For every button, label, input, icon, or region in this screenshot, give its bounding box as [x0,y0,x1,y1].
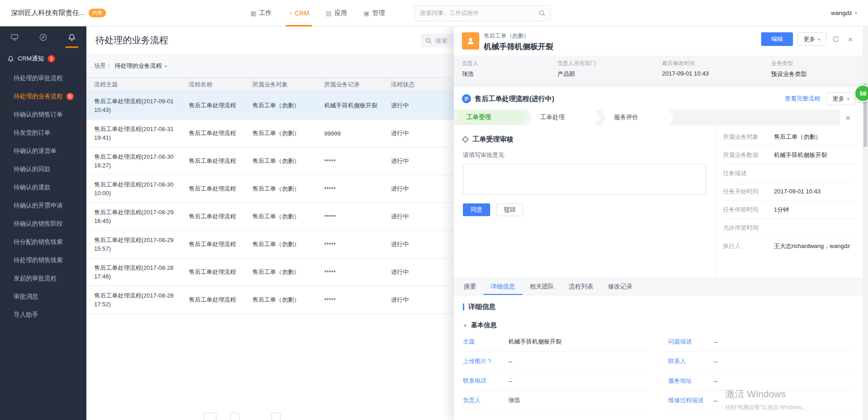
detail-tab[interactable]: 修改记录 [601,278,640,295]
cell-topic[interactable]: 售后工单处理流程(2017-08-29 16:45) [86,208,189,225]
detail-tab[interactable]: 详细信息 [483,278,522,295]
detail-tab[interactable]: 摘要 [457,278,483,295]
task-meta-panel: 所属业务对象 售后工单（勿删） 所属业务数据 机械手筛机侧板开裂 任务描述 任务… [715,125,863,278]
sidebar-item[interactable]: 导入助手 [0,306,86,324]
cell-topic[interactable]: 售后工单处理流程(2017-08-31 19:41) [86,125,189,142]
approval-hint: 请填写审批意见 [463,151,706,159]
sidebar-item[interactable]: 发起的审批流程 [0,269,86,288]
agree-button[interactable]: 同意 [463,203,490,216]
more-button[interactable]: 更多 ▾ [798,32,826,46]
field-label: 服务地址 [668,377,714,385]
cell-topic[interactable]: 售后工单处理流程(2017-09-01 10:43) [86,97,189,114]
cell-topic[interactable]: 售后工单处理流程(2017-08-28 17:52) [86,291,189,309]
column-header[interactable]: 所属业务对象 [252,78,324,91]
column-header[interactable]: 流程主题 [86,78,189,91]
discover-icon[interactable] [30,26,56,48]
sidebar-item[interactable]: 待处理的业务流程 8 [0,87,86,106]
summary-field: 负责人 张浩 [462,60,557,78]
refresh-icon[interactable] [831,34,841,44]
sidebar-item[interactable]: 待确认的销售阶段 [0,215,86,233]
cell-topic[interactable]: 售后工单处理流程(2017-08-30 10:00) [86,180,189,197]
summary-field-value: 2017-09-01 10:43 [662,70,771,77]
cell-topic[interactable]: 售后工单处理流程(2017-08-28 17:46) [86,263,189,281]
summary-field-label: 负责人 [462,60,557,67]
detail-tab[interactable]: 流程列表 [562,278,601,295]
top-nav-item[interactable]: ▤ 应用 [317,0,355,26]
detail-header-text: 售后工单（勿删） 机械手筛机侧板开裂 [484,32,553,52]
nav-icon: ▤ [326,10,331,17]
approval-comment-input[interactable] [463,164,706,195]
pagination-control[interactable] [230,413,240,420]
flow-stage[interactable]: 服务评价 [601,110,674,125]
edit-button[interactable]: 编辑 [761,32,793,46]
sidebar-item[interactable]: 待处理的审批流程 [0,69,86,87]
scene-selector[interactable]: 待处理的业务流程 ▾ [115,62,167,70]
notifications-bell-icon[interactable] [59,26,85,48]
pagination-control[interactable] [271,413,281,420]
username: wangdz [831,10,852,16]
crm-notice[interactable]: CRM通知 3 [0,48,86,69]
global-search[interactable] [414,5,551,21]
flow-stage[interactable]: 工单受理 [454,110,527,125]
flow-stage[interactable]: 工单处理 [527,110,600,125]
cell-flow-name: 售后工单处理流程 [189,157,252,165]
nav-icon: ◔ [288,10,292,17]
field-label: 联系电话 [463,377,508,385]
column-header[interactable]: 所属业务记录 [324,78,391,91]
summary-field-value: 张浩 [462,70,557,78]
sidebar-item[interactable]: 审批消息 [0,288,86,306]
nav-label: 管理 [372,9,385,17]
field-value: 张浩 [508,396,520,405]
cell-topic[interactable]: 售后工单处理流程(2017-08-30 16:27) [86,152,189,170]
sidebar-item-badge: 8 [66,93,74,100]
sidebar-item[interactable]: 待确认的回款 [0,160,86,178]
meta-label: 任务开始时间 [723,187,774,196]
workspace-icon[interactable] [2,26,27,48]
cell-topic[interactable]: 售后工单处理流程(2017-08-29 15:57) [86,236,189,253]
detail-tab[interactable]: 相关团队 [522,278,562,295]
record-title: 机械手筛机侧板开裂 [484,41,553,52]
close-icon[interactable]: × [845,34,855,44]
sidebar-item[interactable]: 待确认的退货单 [0,142,86,160]
global-search-input[interactable] [415,10,538,16]
floating-counter-badge[interactable]: 58 [854,85,868,102]
collapse-flow-icon[interactable] [840,110,856,125]
sidebar-item[interactable]: 待发货的订单 [0,124,86,142]
sidebar-item[interactable]: 待确认的开票申请 [0,197,86,215]
task-title: 工单受理审核 [472,135,513,144]
reject-button[interactable]: 驳回 [497,203,523,216]
sidebar-item[interactable]: 待处理的销售线索 [0,251,86,269]
cell-flow-name: 售后工单处理流程 [189,296,252,304]
task-diamond-icon [462,136,469,143]
group-basic-info[interactable]: ▼ 基本信息 [463,321,853,329]
summary-field: 业务类型 预设业务类型 [771,60,854,78]
sidebar-item-label: 待确认的退货单 [14,147,57,155]
approval-actions: 同意 驳回 [463,203,706,216]
user-menu[interactable]: wangdz ▾ [831,10,857,16]
flow-task-body: 工单受理审核 请填写审批意见 同意 驳回 所属业务对象 售后工单（勿删） 所属业… [454,125,863,278]
sidebar-item-label: 待处理的审批流程 [14,74,63,82]
top-nav-item[interactable]: ◔ CRM [280,0,317,26]
pagination-control[interactable] [204,413,216,420]
top-nav-item[interactable]: ▣ 管理 [355,0,393,26]
flow-title: 售后工单处理流程(进行中) [475,95,554,103]
flow-more-button[interactable]: 更多 ▾ [827,92,855,105]
field-label: 问题描述 [668,338,714,346]
column-header[interactable]: 流程名称 [189,78,252,91]
detail-field: 联系人 -- [668,352,854,371]
top-nav-item[interactable]: ▦ 工作 [242,0,280,26]
meta-row: 所属业务数据 机械手筛机侧板开裂 [723,146,855,164]
search-icon [538,10,546,17]
company-name[interactable]: 深圳匠人科技有限责任... 内测 [11,9,106,17]
crm-notice-label: CRM通知 [18,55,44,63]
nav-label: 应用 [334,9,347,17]
field-value: -- [508,378,512,385]
sidebar-item[interactable]: 待确认的销售订单 [0,106,86,124]
cell-object: 售后工单（勿删） [252,240,324,248]
sidebar-item[interactable]: 待分配的销售线索 [0,233,86,251]
cell-flow-name: 售后工单处理流程 [189,129,252,137]
cell-record: ***** [324,186,391,192]
sidebar-item[interactable]: 待确认的退款 [0,178,86,197]
view-full-flow-link[interactable]: 查看完整流程 [785,95,820,103]
detail-field: 维修过程描述 -- [668,391,854,410]
